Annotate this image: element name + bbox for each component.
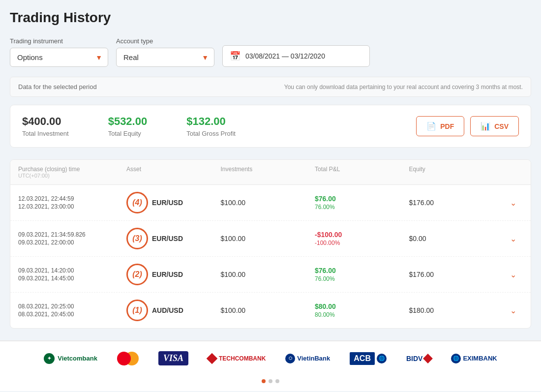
total-gross-profit-metric: $132.00 Total Gross Profit bbox=[186, 115, 236, 137]
account-type-label: Account type bbox=[116, 37, 214, 45]
row-pnl: $76.00 76.00% bbox=[315, 195, 409, 211]
th-time: Purchase (closing) time UTC(+07:00) bbox=[18, 166, 126, 179]
row-time-1: 08.03.2021, 20:25:00 bbox=[18, 303, 126, 310]
row-expand-button[interactable]: ⌄ bbox=[503, 234, 523, 243]
pnl-pct: 76.00% bbox=[315, 275, 335, 282]
footer: ✦ Vietcombank VISA TECHCOMBANK ⬡ bbox=[0, 340, 541, 391]
row-investment: $100.00 bbox=[221, 306, 315, 314]
pdf-label: PDF bbox=[440, 122, 454, 130]
visa-label: VISA bbox=[158, 351, 188, 365]
table-row: 08.03.2021, 20:25:00 08.03.2021, 20:45:0… bbox=[10, 293, 531, 328]
row-time-2: 09.03.2021, 22:00:00 bbox=[18, 239, 126, 246]
row-expand-button[interactable]: ⌄ bbox=[503, 306, 523, 315]
row-equity: $176.00 bbox=[409, 199, 504, 207]
row-time-col: 12.03.2021, 22:44:59 12.03.2021, 23:00:0… bbox=[18, 195, 126, 210]
vietcombank-logo: ✦ Vietcombank bbox=[44, 353, 97, 364]
vietcombank-label: Vietcombank bbox=[58, 355, 97, 362]
acb-logo: ACB 🌐 bbox=[350, 352, 387, 365]
date-range-text: 03/08/2021 — 03/12/2020 bbox=[245, 52, 325, 60]
vietinbank-logo: ⬡ VietinBank bbox=[285, 354, 330, 363]
total-equity-value: $532.00 bbox=[108, 115, 148, 128]
row-asset: (2) EUR/USD bbox=[126, 264, 221, 285]
carousel-dot-3[interactable] bbox=[275, 379, 279, 383]
payment-logos: ✦ Vietcombank VISA TECHCOMBANK ⬡ bbox=[0, 341, 541, 375]
filters-row: Trading instrument Options ▼ Account typ… bbox=[10, 37, 531, 67]
visa-logo: VISA bbox=[158, 351, 188, 365]
row-equity: $0.00 bbox=[409, 235, 504, 242]
techcombank-label: TECHCOMBANK bbox=[219, 355, 266, 362]
pnl-pct: 80.00% bbox=[315, 311, 335, 318]
table-row: 09.03.2021, 21:34:59.826 09.03.2021, 22:… bbox=[10, 221, 531, 257]
total-investment-label: Total Investment bbox=[22, 130, 69, 137]
csv-download-button[interactable]: 📊 CSV bbox=[470, 116, 519, 136]
total-gross-profit-label: Total Gross Profit bbox=[186, 130, 236, 137]
pdf-download-button[interactable]: 📄 PDF bbox=[416, 116, 464, 136]
row-pnl: $80.00 80.00% bbox=[315, 302, 409, 318]
account-type-select[interactable]: Real bbox=[116, 48, 214, 67]
account-type-filter-group: Account type Real ▼ bbox=[116, 37, 214, 67]
carousel-dot-1[interactable] bbox=[262, 379, 266, 383]
th-investments: Investments bbox=[221, 166, 315, 179]
acb-globe-icon: 🌐 bbox=[377, 354, 387, 363]
techcombank-logo: TECHCOMBANK bbox=[208, 355, 266, 362]
row-pnl: $76.00 76.00% bbox=[315, 267, 409, 282]
info-bar-left: Data for the selected period bbox=[18, 83, 97, 90]
info-bar: Data for the selected period You can onl… bbox=[10, 77, 531, 97]
pnl-pct: -100.00% bbox=[315, 240, 340, 246]
eximbank-label: EXIMBANK bbox=[463, 355, 497, 362]
total-equity-label: Total Equity bbox=[108, 130, 148, 137]
csv-icon: 📊 bbox=[481, 121, 490, 131]
summary-card: $400.00 Total Investment $532.00 Total E… bbox=[10, 105, 531, 148]
instrument-filter-group: Trading instrument Options ▼ bbox=[10, 37, 108, 67]
instrument-label: Trading instrument bbox=[10, 37, 108, 45]
th-total-pnl: Total P&L bbox=[315, 166, 409, 179]
row-equity: $180.00 bbox=[409, 306, 504, 314]
row-expand-button[interactable]: ⌄ bbox=[503, 270, 523, 279]
csv-label: CSV bbox=[494, 122, 509, 130]
vietinbank-label: VietinBank bbox=[297, 355, 330, 362]
mastercard-logo bbox=[117, 352, 139, 365]
eximbank-logo: 🌐 EXIMBANK bbox=[451, 354, 497, 363]
bidv-logo: BIDV bbox=[406, 355, 431, 362]
row-time-2: 09.03.2021, 14:45:00 bbox=[18, 275, 126, 282]
account-type-select-wrapper: Real ▼ bbox=[116, 48, 214, 67]
acb-label: ACB bbox=[350, 352, 375, 365]
row-badge: (4) bbox=[126, 192, 148, 213]
table-row: 09.03.2021, 14:20:00 09.03.2021, 14:45:0… bbox=[10, 257, 531, 293]
row-time-1: 12.03.2021, 22:44:59 bbox=[18, 195, 126, 202]
total-investment-value: $400.00 bbox=[22, 115, 69, 128]
row-expand-button[interactable]: ⌄ bbox=[503, 198, 523, 208]
row-asset: (4) EUR/USD bbox=[126, 192, 221, 213]
row-badge: (2) bbox=[126, 264, 148, 285]
instrument-select[interactable]: Options bbox=[10, 48, 108, 67]
pnl-value: $80.00 bbox=[315, 302, 336, 310]
row-asset: (1) AUD/USD bbox=[126, 300, 221, 321]
total-gross-profit-value: $132.00 bbox=[186, 115, 236, 128]
table-header: Purchase (closing) time UTC(+07:00) Asse… bbox=[10, 160, 531, 185]
carousel-dots bbox=[0, 375, 541, 391]
row-equity: $176.00 bbox=[409, 271, 504, 278]
row-badge: (3) bbox=[126, 228, 148, 249]
summary-metrics: $400.00 Total Investment $532.00 Total E… bbox=[22, 115, 236, 137]
row-investment: $100.00 bbox=[221, 271, 315, 278]
date-range-picker[interactable]: 📅 03/08/2021 — 03/12/2020 bbox=[222, 45, 370, 67]
row-time-1: 09.03.2021, 21:34:59.826 bbox=[18, 231, 126, 238]
pnl-pct: 76.00% bbox=[315, 204, 335, 211]
row-time-col: 09.03.2021, 21:34:59.826 09.03.2021, 22:… bbox=[18, 231, 126, 246]
th-equity: Equity bbox=[409, 166, 504, 179]
row-investment: $100.00 bbox=[221, 199, 315, 207]
row-time-col: 09.03.2021, 14:20:00 09.03.2021, 14:45:0… bbox=[18, 267, 126, 282]
table-row: 12.03.2021, 22:44:59 12.03.2021, 23:00:0… bbox=[10, 185, 531, 221]
instrument-select-wrapper: Options ▼ bbox=[10, 48, 108, 67]
row-badge: (1) bbox=[126, 300, 148, 321]
pnl-value: $76.00 bbox=[315, 195, 336, 203]
row-time-2: 08.03.2021, 20:45:00 bbox=[18, 311, 126, 318]
total-investment-metric: $400.00 Total Investment bbox=[22, 115, 69, 137]
download-buttons: 📄 PDF 📊 CSV bbox=[416, 116, 519, 136]
row-time-2: 12.03.2021, 23:00:00 bbox=[18, 203, 126, 210]
page-title: Trading History bbox=[10, 10, 531, 26]
carousel-dot-2[interactable] bbox=[269, 379, 272, 383]
pnl-value: $76.00 bbox=[315, 267, 336, 274]
total-equity-metric: $532.00 Total Equity bbox=[108, 115, 148, 137]
eximbank-globe-icon: 🌐 bbox=[451, 354, 461, 363]
